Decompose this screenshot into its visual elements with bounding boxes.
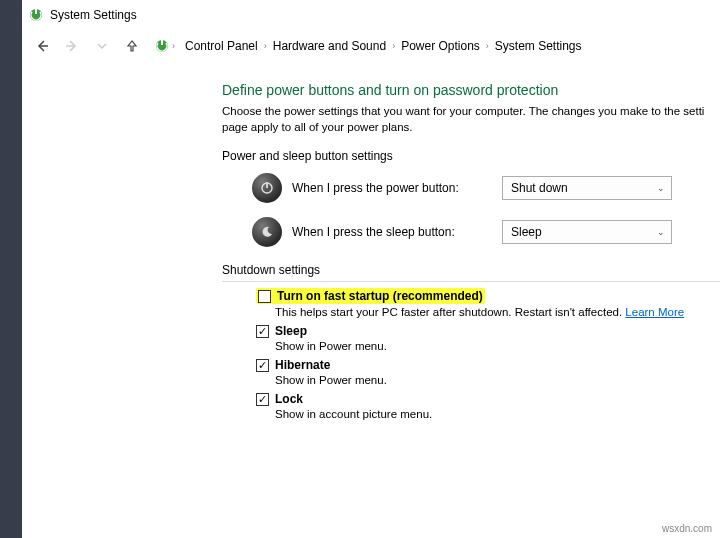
crumb-power-options[interactable]: Power Options <box>401 39 480 53</box>
chevron-down-icon: ⌄ <box>657 227 665 237</box>
moon-icon <box>252 217 282 247</box>
chevron-right-icon: › <box>392 41 395 51</box>
lock-checkbox[interactable] <box>256 393 269 406</box>
sleep-row: Sleep <box>256 324 720 338</box>
crumb-system-settings[interactable]: System Settings <box>495 39 582 53</box>
page-title: Define power buttons and turn on passwor… <box>222 82 720 98</box>
crumb-control-panel[interactable]: Control Panel <box>185 39 258 53</box>
page-description: Choose the power settings that you want … <box>222 104 720 135</box>
lock-desc: Show in account picture menu. <box>275 408 720 420</box>
power-button-label: When I press the power button: <box>292 181 502 195</box>
svg-rect-5 <box>161 40 163 45</box>
sleep-button-row: When I press the sleep button: Sleep ⌄ <box>252 217 720 247</box>
window-title: System Settings <box>50 8 137 22</box>
svg-rect-1 <box>35 9 37 14</box>
back-button[interactable] <box>28 32 56 60</box>
fast-startup-desc: This helps start your PC faster after sh… <box>275 306 720 318</box>
power-icon <box>252 173 282 203</box>
power-button-value: Shut down <box>511 181 568 195</box>
power-options-icon <box>154 38 170 54</box>
hibernate-row: Hibernate <box>256 358 720 372</box>
sleep-button-combo[interactable]: Sleep ⌄ <box>502 220 672 244</box>
section-label-buttons: Power and sleep button settings <box>222 149 720 163</box>
sleep-label: Sleep <box>275 324 307 338</box>
chevron-down-icon: ⌄ <box>657 183 665 193</box>
shutdown-settings-section: Shutdown settings Turn on fast startup (… <box>222 263 720 420</box>
chevron-right-icon: › <box>486 41 489 51</box>
lock-row: Lock <box>256 392 720 406</box>
power-button-row: When I press the power button: Shut down… <box>252 173 720 203</box>
fast-startup-checkbox[interactable] <box>258 290 271 303</box>
window: System Settings › Control Panel › Hardwa… <box>22 0 720 538</box>
chevron-right-icon: › <box>264 41 267 51</box>
up-button[interactable] <box>118 32 146 60</box>
nav-toolbar: › Control Panel › Hardware and Sound › P… <box>22 30 720 62</box>
forward-button[interactable] <box>58 32 86 60</box>
section-label-shutdown: Shutdown settings <box>222 263 720 282</box>
breadcrumb[interactable]: Control Panel › Hardware and Sound › Pow… <box>185 39 582 53</box>
sleep-checkbox[interactable] <box>256 325 269 338</box>
desktop-edge <box>0 0 22 538</box>
watermark: wsxdn.com <box>662 523 712 534</box>
sleep-button-value: Sleep <box>511 225 542 239</box>
sleep-button-label: When I press the sleep button: <box>292 225 502 239</box>
learn-more-link[interactable]: Learn More <box>625 306 684 318</box>
hibernate-label: Hibernate <box>275 358 330 372</box>
hibernate-checkbox[interactable] <box>256 359 269 372</box>
recent-locations-button[interactable] <box>88 32 116 60</box>
power-options-icon <box>28 7 44 23</box>
lock-label: Lock <box>275 392 303 406</box>
titlebar: System Settings <box>22 0 720 30</box>
content-area: Define power buttons and turn on passwor… <box>22 62 720 420</box>
fast-startup-row-highlighted: Turn on fast startup (recommended) <box>256 288 485 304</box>
crumb-hardware-sound[interactable]: Hardware and Sound <box>273 39 386 53</box>
hibernate-desc: Show in Power menu. <box>275 374 720 386</box>
fast-startup-label: Turn on fast startup (recommended) <box>277 289 483 303</box>
chevron-right-icon: › <box>172 41 175 51</box>
sleep-desc: Show in Power menu. <box>275 340 720 352</box>
power-button-combo[interactable]: Shut down ⌄ <box>502 176 672 200</box>
